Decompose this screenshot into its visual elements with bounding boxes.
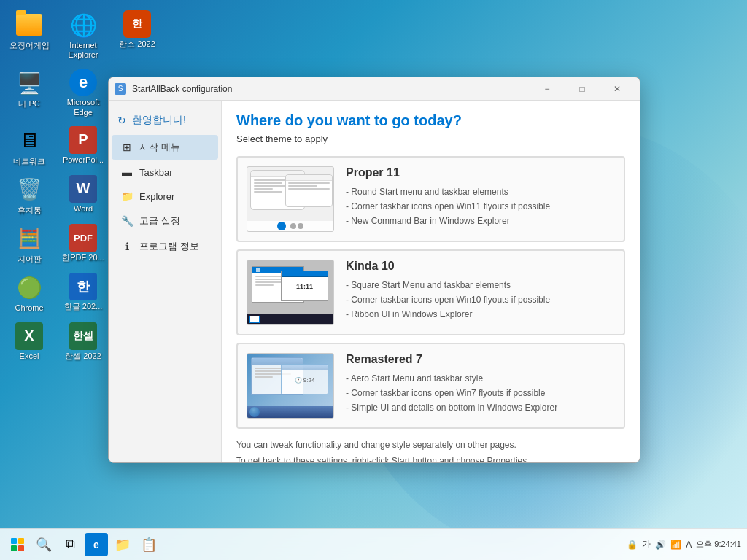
theme-info-remastered7: Remastered 7 - Aero Start Menu and taskb… bbox=[346, 353, 615, 419]
desktop-icon-label-recycle: 휴지통 bbox=[18, 206, 42, 215]
taskbar-right: 🔒 가 🔊 📶 A 오후 9:24:41 bbox=[627, 538, 741, 551]
close-button[interactable]: ✕ bbox=[600, 77, 634, 101]
start-button[interactable] bbox=[6, 533, 29, 556]
refresh-icon: ↻ bbox=[117, 114, 126, 126]
minimize-button[interactable]: − bbox=[530, 77, 564, 101]
notes-taskbar-button[interactable]: 📋 bbox=[137, 533, 160, 556]
main-title: Where do you want to go today? bbox=[236, 112, 625, 129]
desktop-icon-chrome[interactable]: 🟢 Chrome bbox=[4, 270, 55, 316]
sidebar-item-about[interactable]: ℹ 프로그램 정보 bbox=[112, 234, 218, 259]
task-view-button[interactable]: ⧉ bbox=[58, 533, 82, 556]
desktop-icon-label-excel: Excel bbox=[20, 351, 39, 361]
theme-info-kinda10: Kinda 10 - Square Start Menu and taskbar… bbox=[346, 260, 615, 325]
desktop-icon-label-ie: InternetExplorer bbox=[69, 41, 98, 60]
sidebar-item-taskbar[interactable]: ▬ Taskbar bbox=[112, 160, 218, 184]
network-icon[interactable]: 📶 bbox=[670, 540, 681, 550]
theme-preview-proper11 bbox=[247, 166, 334, 232]
desktop-icon-label-hancom: 한소 2022 bbox=[119, 39, 155, 49]
desktop-icon-label-edge: MicrosoftEdge bbox=[67, 98, 100, 117]
desktop-icon-label-hanpdf: 한PDF 20... bbox=[62, 253, 104, 262]
desktop-icon-hangul[interactable]: 한 한글 202... bbox=[58, 270, 109, 316]
footer-text: You can tweak functionality and change s… bbox=[236, 438, 625, 462]
volume-icon[interactable]: 🔊 bbox=[655, 540, 666, 550]
desktop-icon-excel[interactable]: X Excel bbox=[4, 319, 55, 364]
desktop-icon-network[interactable]: 🖥 네트워크 bbox=[4, 123, 55, 169]
sidebar-item-advanced[interactable]: 🔧 고급 설정 bbox=[112, 209, 218, 233]
desktop-icon-hancel[interactable]: 한셀 한셀 2022 bbox=[58, 319, 109, 364]
desktop-icon-recycle[interactable]: 🗑️ 휴지통 bbox=[4, 172, 55, 218]
desktop-icon-calc[interactable]: 🧮 지어판 bbox=[4, 221, 55, 267]
theme-info-proper11: Proper 11 - Round Start menu and taskbar… bbox=[346, 166, 615, 232]
theme-name-remastered7: Remastered 7 bbox=[346, 353, 615, 366]
main-content: Where do you want to go today? Select th… bbox=[222, 101, 640, 462]
desktop-icon-label-calc: 지어판 bbox=[18, 254, 42, 264]
desktop-icon-mypc[interactable]: 🖥️ 내 PC bbox=[4, 66, 55, 120]
language-indicator[interactable]: A bbox=[686, 540, 692, 550]
theme-desc-kinda10: - Square Start Menu and taskbar elements… bbox=[346, 279, 615, 322]
sidebar-item-start-menu[interactable]: ⊞ 시작 메뉴 bbox=[112, 135, 218, 160]
theme-card-kinda10[interactable]: 11:11 bbox=[236, 249, 625, 335]
desktop-icon-label-chrome: Chrome bbox=[15, 303, 43, 313]
desktop-icon-file-manager[interactable]: 오징어게임 bbox=[4, 7, 55, 63]
desktop-icon-hanpdf[interactable]: PDF 한PDF 20... bbox=[58, 221, 109, 267]
folder-icon bbox=[16, 14, 42, 36]
desktop-icon-label-file-manager: 오징어게임 bbox=[9, 41, 50, 50]
advanced-icon: 🔧 bbox=[120, 215, 133, 227]
desktop-icon-label-hancel: 한셀 2022 bbox=[65, 351, 101, 361]
window-controls: − □ ✕ bbox=[530, 77, 634, 101]
search-button[interactable]: 🔍 bbox=[32, 533, 55, 556]
theme-card-remastered7[interactable]: 🕐 9:24 Remastered 7 - Aero Start Menu an… bbox=[236, 343, 625, 429]
theme-preview-kinda10: 11:11 bbox=[247, 260, 334, 325]
explorer-taskbar-button[interactable]: 📁 bbox=[111, 533, 134, 556]
desktop-icon-edge[interactable]: e MicrosoftEdge bbox=[58, 66, 109, 120]
desktop-icon-ie[interactable]: 🌐 InternetExplorer bbox=[58, 7, 109, 63]
theme-desc-proper11: - Round Start menu and taskbar elements … bbox=[346, 185, 615, 229]
explorer-icon: 📁 bbox=[120, 190, 133, 202]
keyboard-lock-icon: 🔒 bbox=[627, 540, 638, 550]
ime-indicator[interactable]: 가 bbox=[642, 538, 651, 551]
taskbar-icon-sidebar: ▬ bbox=[120, 166, 133, 178]
dialog-app-icon: S bbox=[115, 83, 126, 95]
desktop-icon-label-mypc: 내 PC bbox=[18, 99, 39, 109]
about-icon: ℹ bbox=[120, 241, 133, 252]
dialog-title: StartAllBack configuration bbox=[132, 84, 525, 94]
dialog-body: ↻ 환영합니다! ⊞ 시작 메뉴 ▬ Taskbar 📁 Explorer 🔧 bbox=[109, 101, 640, 462]
desktop-icon-word[interactable]: W Word bbox=[58, 172, 109, 218]
startallback-dialog: S StartAllBack configuration − □ ✕ ↻ 환영합… bbox=[108, 77, 640, 463]
desktop-icon-hancom[interactable]: 한 한소 2022 bbox=[112, 7, 163, 63]
taskbar-left: 🔍 ⧉ e 📁 📋 bbox=[6, 533, 160, 556]
desktop: 오징어게임 🌐 InternetExplorer 한 한소 2022 🖥️ 내 … bbox=[0, 0, 747, 560]
dialog-titlebar: S StartAllBack configuration − □ ✕ bbox=[109, 77, 640, 101]
sidebar-welcome[interactable]: ↻ 환영합니다! bbox=[109, 106, 221, 134]
desktop-icon-label-hangul: 한글 202... bbox=[64, 302, 103, 311]
system-clock[interactable]: 오후 9:24:41 bbox=[696, 539, 741, 550]
desktop-icon-label-network: 네트워크 bbox=[13, 157, 45, 166]
dialog-sidebar: ↻ 환영합니다! ⊞ 시작 메뉴 ▬ Taskbar 📁 Explorer 🔧 bbox=[109, 101, 222, 462]
desktop-icon-label-ppt: PowerPoi... bbox=[63, 155, 104, 165]
maximize-button[interactable]: □ bbox=[565, 77, 599, 101]
start-menu-icon: ⊞ bbox=[120, 141, 133, 153]
edge-taskbar-button[interactable]: e bbox=[85, 533, 108, 556]
theme-name-kinda10: Kinda 10 bbox=[346, 260, 615, 273]
theme-desc-remastered7: - Aero Start Menu and taskbar style - Co… bbox=[346, 372, 615, 416]
theme-preview-remastered7: 🕐 9:24 bbox=[247, 353, 334, 419]
desktop-icon-label-word: Word bbox=[74, 204, 93, 214]
main-subtitle: Select theme to apply bbox=[236, 133, 625, 144]
theme-card-proper11[interactable]: Proper 11 - Round Start menu and taskbar… bbox=[236, 156, 625, 242]
taskbar: 🔍 ⧉ e 📁 📋 🔒 가 🔊 📶 A 오후 9:24:41 bbox=[0, 528, 747, 560]
sidebar-item-explorer[interactable]: 📁 Explorer bbox=[112, 184, 218, 208]
theme-name-proper11: Proper 11 bbox=[346, 166, 615, 179]
desktop-icon-ppt[interactable]: P PowerPoi... bbox=[58, 123, 109, 169]
